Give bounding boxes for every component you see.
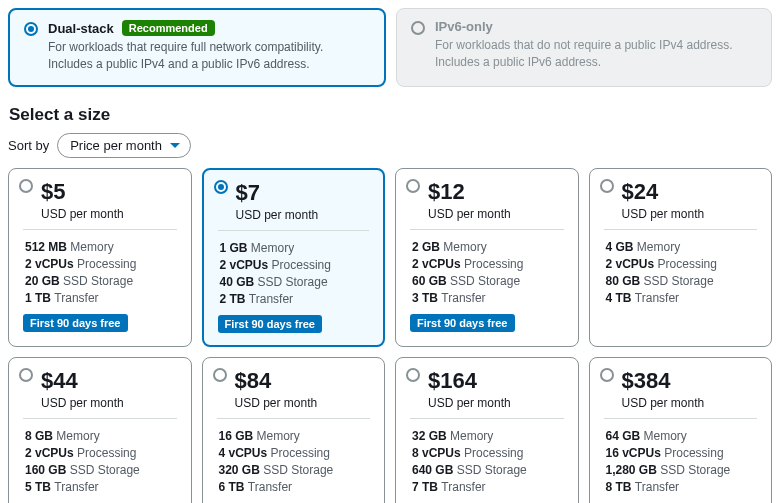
spec-row: 2 vCPUs Processing: [220, 258, 370, 272]
plan-price: $84: [235, 368, 371, 394]
radio-icon: [213, 368, 227, 382]
plan-specs: 64 GB Memory16 vCPUs Processing1,280 GB …: [606, 429, 758, 494]
plan-unit: USD per month: [236, 208, 370, 222]
spec-row: 20 GB SSD Storage: [25, 274, 177, 288]
network-type-card[interactable]: Dual-stackRecommendedFor workloads that …: [8, 8, 386, 87]
divider: [218, 230, 370, 231]
spec-label: SSD Storage: [644, 274, 714, 288]
spec-row: 2 GB Memory: [412, 240, 564, 254]
recommended-badge: Recommended: [122, 20, 215, 36]
spec-row: 512 MB Memory: [25, 240, 177, 254]
spec-label: Memory: [70, 240, 113, 254]
spec-row: 7 TB Transfer: [412, 480, 564, 494]
spec-row: 60 GB SSD Storage: [412, 274, 564, 288]
spec-value: 2 vCPUs: [220, 258, 272, 272]
plan-price: $164: [428, 368, 564, 394]
plan-unit: USD per month: [428, 207, 564, 221]
divider: [604, 418, 758, 419]
divider: [604, 229, 758, 230]
plan-card[interactable]: $164USD per month32 GB Memory8 vCPUs Pro…: [395, 357, 579, 503]
spec-label: SSD Storage: [63, 274, 133, 288]
sort-value: Price per month: [70, 138, 162, 153]
divider: [23, 229, 177, 230]
plan-price: $24: [622, 179, 758, 205]
spec-row: 8 TB Transfer: [606, 480, 758, 494]
plan-card[interactable]: $384USD per month64 GB Memory16 vCPUs Pr…: [589, 357, 773, 503]
spec-row: 80 GB SSD Storage: [606, 274, 758, 288]
spec-label: Memory: [637, 240, 680, 254]
plan-specs: 4 GB Memory2 vCPUs Processing80 GB SSD S…: [606, 240, 758, 305]
spec-row: 5 TB Transfer: [25, 480, 177, 494]
spec-label: Transfer: [441, 480, 485, 494]
section-title: Select a size: [9, 105, 772, 125]
spec-label: Transfer: [441, 291, 485, 305]
spec-row: 16 vCPUs Processing: [606, 446, 758, 460]
radio-icon: [600, 179, 614, 193]
plan-price: $12: [428, 179, 564, 205]
radio-icon: [411, 21, 425, 35]
spec-label: SSD Storage: [660, 463, 730, 477]
chevron-down-icon: [170, 143, 180, 148]
spec-label: Processing: [664, 446, 723, 460]
divider: [23, 418, 177, 419]
radio-icon: [24, 22, 38, 36]
spec-value: 2 vCPUs: [25, 446, 77, 460]
spec-value: 4 TB: [606, 291, 635, 305]
sort-row: Sort by Price per month: [8, 133, 772, 158]
plan-card[interactable]: $24USD per month4 GB Memory2 vCPUs Proce…: [589, 168, 773, 347]
spec-label: Processing: [272, 258, 331, 272]
radio-icon: [214, 180, 228, 194]
spec-value: 2 TB: [220, 292, 249, 306]
spec-value: 7 TB: [412, 480, 441, 494]
spec-label: Memory: [56, 429, 99, 443]
spec-label: Processing: [658, 257, 717, 271]
plan-price: $7: [236, 180, 370, 206]
spec-row: 6 TB Transfer: [219, 480, 371, 494]
spec-value: 2 GB: [412, 240, 443, 254]
spec-value: 160 GB: [25, 463, 70, 477]
plan-card[interactable]: $5USD per month512 MB Memory2 vCPUs Proc…: [8, 168, 192, 347]
spec-label: Processing: [271, 446, 330, 460]
spec-label: Processing: [464, 257, 523, 271]
spec-label: SSD Storage: [258, 275, 328, 289]
spec-value: 1,280 GB: [606, 463, 661, 477]
spec-label: Transfer: [635, 291, 679, 305]
plan-unit: USD per month: [41, 207, 177, 221]
spec-value: 4 GB: [606, 240, 637, 254]
network-type-title: IPv6-only: [435, 19, 493, 34]
spec-value: 320 GB: [219, 463, 264, 477]
sort-select[interactable]: Price per month: [57, 133, 191, 158]
spec-label: Transfer: [249, 292, 293, 306]
promo-badge: First 90 days free: [218, 315, 323, 333]
plan-card[interactable]: $84USD per month16 GB Memory4 vCPUs Proc…: [202, 357, 386, 503]
radio-icon: [19, 368, 33, 382]
spec-value: 1 TB: [25, 291, 54, 305]
plan-card[interactable]: $12USD per month2 GB Memory2 vCPUs Proce…: [395, 168, 579, 347]
spec-row: 16 GB Memory: [219, 429, 371, 443]
network-type-options: Dual-stackRecommendedFor workloads that …: [8, 8, 772, 87]
promo-badge: First 90 days free: [410, 314, 515, 332]
plan-card[interactable]: $44USD per month8 GB Memory2 vCPUs Proce…: [8, 357, 192, 503]
plan-specs: 1 GB Memory2 vCPUs Processing40 GB SSD S…: [220, 241, 370, 306]
plan-card[interactable]: $7USD per month1 GB Memory2 vCPUs Proces…: [202, 168, 386, 347]
spec-row: 3 TB Transfer: [412, 291, 564, 305]
spec-value: 16 vCPUs: [606, 446, 665, 460]
promo-badge: First 90 days free: [23, 314, 128, 332]
plan-unit: USD per month: [41, 396, 177, 410]
spec-row: 1 GB Memory: [220, 241, 370, 255]
plan-specs: 512 MB Memory2 vCPUs Processing20 GB SSD…: [25, 240, 177, 305]
spec-label: SSD Storage: [70, 463, 140, 477]
plan-specs: 8 GB Memory2 vCPUs Processing160 GB SSD …: [25, 429, 177, 494]
spec-row: 640 GB SSD Storage: [412, 463, 564, 477]
spec-row: 2 vCPUs Processing: [606, 257, 758, 271]
spec-value: 20 GB: [25, 274, 63, 288]
network-type-title: Dual-stack: [48, 21, 114, 36]
spec-row: 8 vCPUs Processing: [412, 446, 564, 460]
spec-value: 5 TB: [25, 480, 54, 494]
sort-label: Sort by: [8, 138, 49, 153]
divider: [217, 418, 371, 419]
spec-label: Processing: [77, 257, 136, 271]
spec-row: 1 TB Transfer: [25, 291, 177, 305]
spec-label: Memory: [443, 240, 486, 254]
spec-label: Memory: [450, 429, 493, 443]
